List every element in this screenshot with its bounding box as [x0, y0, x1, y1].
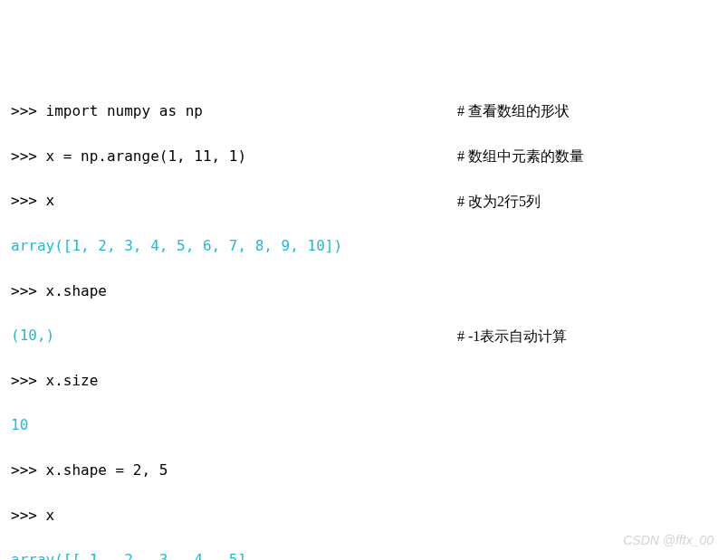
input-text: x.shape: [46, 282, 107, 299]
code-line: >>> x = np.arange(1, 11, 1): [11, 146, 717, 168]
comment-shape: # 查看数组的形状: [457, 100, 570, 123]
comment-size: # 数组中元素的数量: [457, 146, 584, 168]
input-text: import numpy as np: [46, 102, 203, 119]
code-line: >>> import numpy as np: [11, 100, 717, 123]
input-text: x = np.arange(1, 11, 1): [46, 147, 247, 165]
code-line: >>> x: [11, 505, 717, 527]
input-text: x: [46, 192, 55, 209]
prompt: >>>: [11, 102, 46, 119]
output-line: array([1, 2, 3, 4, 5, 6, 7, 8, 9, 10]): [11, 235, 717, 258]
prompt: >>>: [11, 507, 46, 524]
code-line: >>> x.shape: [11, 280, 717, 303]
prompt: >>>: [11, 192, 46, 209]
watermark: CSDN @fftx_00: [623, 531, 714, 551]
code-line: >>> x.shape = 2, 5: [11, 460, 717, 482]
input-text: x.size: [46, 372, 99, 389]
prompt: >>>: [11, 282, 46, 299]
input-text: x: [46, 507, 55, 524]
output-line: array([[ 1, 2, 3, 4, 5],: [11, 549, 717, 560]
code-line: >>> x: [11, 190, 717, 213]
code-line: >>> x.size: [11, 370, 717, 393]
output-line: 10: [11, 414, 717, 437]
prompt: >>>: [11, 147, 46, 165]
input-text: x.shape = 2, 5: [46, 461, 168, 479]
prompt: >>>: [11, 372, 46, 389]
comment-reshape-2x5: # 改为2行5列: [457, 191, 541, 214]
comment-reshape-auto: # -1表示自动计算: [457, 326, 567, 348]
prompt: >>>: [11, 461, 46, 479]
output-line: (10,): [11, 325, 717, 347]
